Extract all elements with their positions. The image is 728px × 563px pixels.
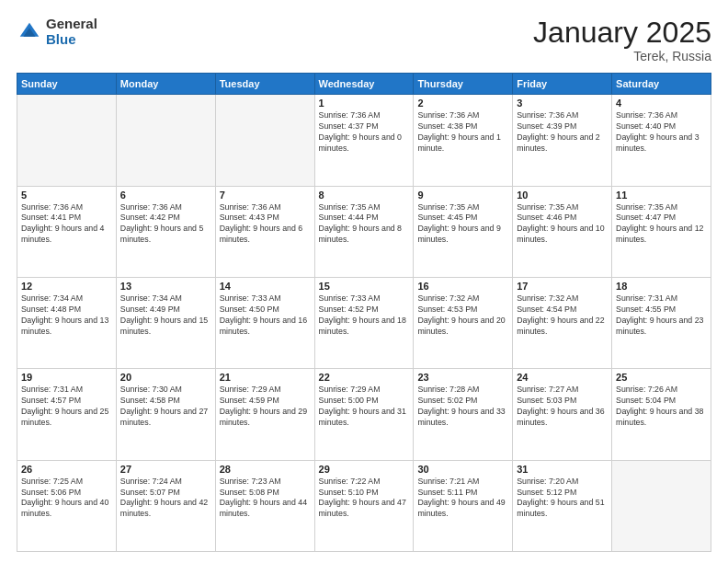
cell-details: Sunrise: 7:36 AM Sunset: 4:41 PM Dayligh… <box>21 202 112 247</box>
cell-details: Sunrise: 7:34 AM Sunset: 4:48 PM Dayligh… <box>21 293 112 338</box>
header: General Blue January 2025 Terek, Russia <box>17 17 711 63</box>
cell-details: Sunrise: 7:32 AM Sunset: 4:53 PM Dayligh… <box>417 293 508 338</box>
calendar-cell: 2Sunrise: 7:36 AM Sunset: 4:38 PM Daylig… <box>414 95 513 186</box>
cell-details: Sunrise: 7:22 AM Sunset: 5:10 PM Dayligh… <box>319 477 410 521</box>
col-header-saturday: Saturday <box>612 74 711 95</box>
cell-details: Sunrise: 7:36 AM Sunset: 4:40 PM Dayligh… <box>616 110 707 155</box>
day-number: 6 <box>120 190 211 201</box>
cell-details: Sunrise: 7:28 AM Sunset: 5:02 PM Dayligh… <box>417 385 508 429</box>
day-number: 11 <box>616 190 707 201</box>
calendar-week-4: 19Sunrise: 7:31 AM Sunset: 4:57 PM Dayli… <box>17 369 711 460</box>
cell-details: Sunrise: 7:30 AM Sunset: 4:58 PM Dayligh… <box>120 385 211 429</box>
calendar-cell: 1Sunrise: 7:36 AM Sunset: 4:37 PM Daylig… <box>314 95 414 186</box>
day-number: 28 <box>220 464 311 475</box>
cell-details: Sunrise: 7:29 AM Sunset: 5:00 PM Dayligh… <box>319 385 410 429</box>
col-header-thursday: Thursday <box>414 74 513 95</box>
col-header-wednesday: Wednesday <box>314 74 414 95</box>
day-number: 13 <box>120 281 211 292</box>
day-number: 25 <box>616 372 707 383</box>
location: Terek, Russia <box>533 49 711 63</box>
day-number: 17 <box>517 281 608 292</box>
calendar-cell: 19Sunrise: 7:31 AM Sunset: 4:57 PM Dayli… <box>17 369 117 460</box>
calendar-cell: 7Sunrise: 7:36 AM Sunset: 4:43 PM Daylig… <box>215 186 314 277</box>
cell-details: Sunrise: 7:24 AM Sunset: 5:07 PM Dayligh… <box>120 477 211 521</box>
col-header-friday: Friday <box>513 74 612 95</box>
calendar-week-3: 12Sunrise: 7:34 AM Sunset: 4:48 PM Dayli… <box>17 277 711 368</box>
day-number: 20 <box>120 372 211 383</box>
calendar-cell: 9Sunrise: 7:35 AM Sunset: 4:45 PM Daylig… <box>414 186 513 277</box>
day-number: 3 <box>517 98 608 109</box>
calendar-cell: 5Sunrise: 7:36 AM Sunset: 4:41 PM Daylig… <box>17 186 117 277</box>
cell-details: Sunrise: 7:36 AM Sunset: 4:43 PM Dayligh… <box>220 202 311 247</box>
day-number: 21 <box>220 372 311 383</box>
calendar-header-row: SundayMondayTuesdayWednesdayThursdayFrid… <box>17 74 711 95</box>
month-title: January 2025 <box>533 17 711 49</box>
calendar-cell: 11Sunrise: 7:35 AM Sunset: 4:47 PM Dayli… <box>612 186 711 277</box>
cell-details: Sunrise: 7:20 AM Sunset: 5:12 PM Dayligh… <box>517 477 608 521</box>
cell-details: Sunrise: 7:33 AM Sunset: 4:52 PM Dayligh… <box>319 293 410 338</box>
cell-details: Sunrise: 7:27 AM Sunset: 5:03 PM Dayligh… <box>517 385 608 429</box>
calendar-cell: 26Sunrise: 7:25 AM Sunset: 5:06 PM Dayli… <box>17 460 117 551</box>
calendar-week-2: 5Sunrise: 7:36 AM Sunset: 4:41 PM Daylig… <box>17 186 711 277</box>
day-number: 9 <box>417 190 508 201</box>
day-number: 19 <box>21 372 112 383</box>
calendar-week-1: 1Sunrise: 7:36 AM Sunset: 4:37 PM Daylig… <box>17 95 711 186</box>
cell-details: Sunrise: 7:31 AM Sunset: 4:55 PM Dayligh… <box>616 293 707 338</box>
cell-details: Sunrise: 7:23 AM Sunset: 5:08 PM Dayligh… <box>220 477 311 521</box>
day-number: 23 <box>417 372 508 383</box>
calendar-cell: 28Sunrise: 7:23 AM Sunset: 5:08 PM Dayli… <box>215 460 314 551</box>
logo-icon <box>17 19 42 45</box>
day-number: 16 <box>417 281 508 292</box>
day-number: 22 <box>319 372 410 383</box>
calendar-cell <box>215 95 314 186</box>
cell-details: Sunrise: 7:35 AM Sunset: 4:46 PM Dayligh… <box>517 202 608 247</box>
calendar-cell: 3Sunrise: 7:36 AM Sunset: 4:39 PM Daylig… <box>513 95 612 186</box>
calendar-cell: 15Sunrise: 7:33 AM Sunset: 4:52 PM Dayli… <box>314 277 414 368</box>
calendar-cell: 23Sunrise: 7:28 AM Sunset: 5:02 PM Dayli… <box>414 369 513 460</box>
day-number: 5 <box>21 190 112 201</box>
calendar-cell: 25Sunrise: 7:26 AM Sunset: 5:04 PM Dayli… <box>612 369 711 460</box>
cell-details: Sunrise: 7:33 AM Sunset: 4:50 PM Dayligh… <box>220 293 311 338</box>
calendar-cell: 8Sunrise: 7:35 AM Sunset: 4:44 PM Daylig… <box>314 186 414 277</box>
calendar-cell: 13Sunrise: 7:34 AM Sunset: 4:49 PM Dayli… <box>116 277 215 368</box>
title-block: January 2025 Terek, Russia <box>533 17 711 63</box>
day-number: 29 <box>319 464 410 475</box>
day-number: 12 <box>21 281 112 292</box>
day-number: 18 <box>616 281 707 292</box>
calendar-cell: 17Sunrise: 7:32 AM Sunset: 4:54 PM Dayli… <box>513 277 612 368</box>
day-number: 24 <box>517 372 608 383</box>
page: General Blue January 2025 Terek, Russia … <box>0 0 728 563</box>
col-header-sunday: Sunday <box>17 74 117 95</box>
cell-details: Sunrise: 7:35 AM Sunset: 4:47 PM Dayligh… <box>616 202 707 247</box>
day-number: 1 <box>319 98 410 109</box>
day-number: 8 <box>319 190 410 201</box>
calendar-cell: 20Sunrise: 7:30 AM Sunset: 4:58 PM Dayli… <box>116 369 215 460</box>
cell-details: Sunrise: 7:36 AM Sunset: 4:42 PM Dayligh… <box>120 202 211 247</box>
day-number: 15 <box>319 281 410 292</box>
logo: General Blue <box>17 17 97 47</box>
calendar-cell <box>116 95 215 186</box>
cell-details: Sunrise: 7:21 AM Sunset: 5:11 PM Dayligh… <box>417 477 508 521</box>
calendar-cell <box>17 95 117 186</box>
cell-details: Sunrise: 7:25 AM Sunset: 5:06 PM Dayligh… <box>21 477 112 521</box>
col-header-monday: Monday <box>116 74 215 95</box>
day-number: 14 <box>220 281 311 292</box>
calendar-cell <box>612 460 711 551</box>
cell-details: Sunrise: 7:31 AM Sunset: 4:57 PM Dayligh… <box>21 385 112 429</box>
calendar-cell: 16Sunrise: 7:32 AM Sunset: 4:53 PM Dayli… <box>414 277 513 368</box>
day-number: 7 <box>220 190 311 201</box>
calendar-cell: 14Sunrise: 7:33 AM Sunset: 4:50 PM Dayli… <box>215 277 314 368</box>
calendar-week-5: 26Sunrise: 7:25 AM Sunset: 5:06 PM Dayli… <box>17 460 711 551</box>
cell-details: Sunrise: 7:29 AM Sunset: 4:59 PM Dayligh… <box>220 385 311 429</box>
cell-details: Sunrise: 7:35 AM Sunset: 4:44 PM Dayligh… <box>319 202 410 247</box>
col-header-tuesday: Tuesday <box>215 74 314 95</box>
logo-blue: Blue <box>46 32 97 48</box>
day-number: 31 <box>517 464 608 475</box>
calendar-cell: 21Sunrise: 7:29 AM Sunset: 4:59 PM Dayli… <box>215 369 314 460</box>
cell-details: Sunrise: 7:35 AM Sunset: 4:45 PM Dayligh… <box>417 202 508 247</box>
day-number: 26 <box>21 464 112 475</box>
cell-details: Sunrise: 7:36 AM Sunset: 4:39 PM Dayligh… <box>517 110 608 155</box>
cell-details: Sunrise: 7:32 AM Sunset: 4:54 PM Dayligh… <box>517 293 608 338</box>
cell-details: Sunrise: 7:34 AM Sunset: 4:49 PM Dayligh… <box>120 293 211 338</box>
calendar-cell: 29Sunrise: 7:22 AM Sunset: 5:10 PM Dayli… <box>314 460 414 551</box>
